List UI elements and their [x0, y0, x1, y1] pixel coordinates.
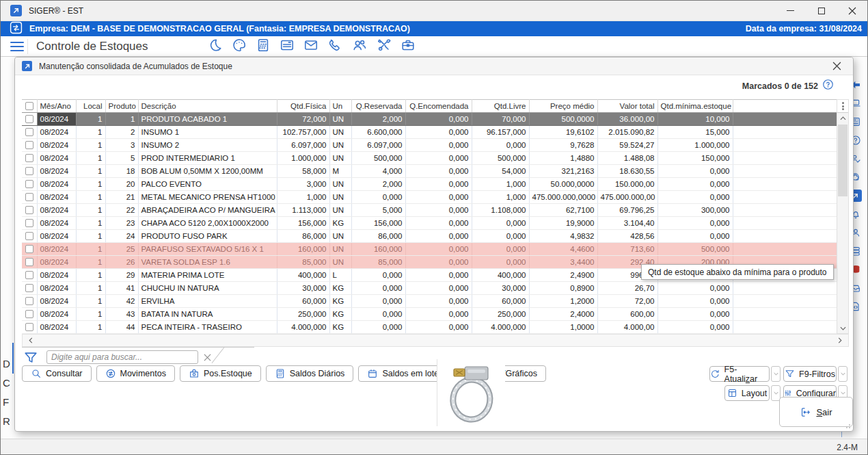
- cell: MATERIA PRIMA LOTE: [138, 269, 277, 282]
- row-checkbox[interactable]: [25, 167, 33, 175]
- horizontal-scrollbar[interactable]: [22, 334, 849, 347]
- movimentos-button[interactable]: Movimentos: [96, 365, 175, 382]
- row-checkbox[interactable]: [25, 206, 33, 214]
- row-checkbox[interactable]: [25, 245, 33, 253]
- table-row[interactable]: 08/202412INSUMO 1102.757,000UN6.600,0000…: [22, 126, 837, 139]
- cell: 41: [105, 282, 138, 295]
- row-checkbox[interactable]: [25, 284, 33, 292]
- column-header[interactable]: Produto: [105, 100, 138, 113]
- tools-icon[interactable]: [377, 38, 392, 55]
- column-options-kebab-icon[interactable]: [837, 100, 848, 113]
- cell: 2.015.090,82: [597, 126, 657, 139]
- row-checkbox[interactable]: [25, 297, 33, 305]
- cell: 0,000: [657, 230, 733, 243]
- cell: 428,56: [597, 230, 657, 243]
- dark-mode-icon[interactable]: [208, 38, 223, 55]
- dialog-header: Manutenção consolidada de Acumulados de …: [15, 57, 853, 75]
- resize-grip[interactable]: [843, 421, 850, 428]
- scroll-up-arrow[interactable]: [837, 113, 848, 123]
- table-row[interactable]: 08/2024121METAL MECANICO PRENSA HT10001,…: [22, 191, 837, 204]
- row-checkbox[interactable]: [25, 141, 33, 149]
- table-row[interactable]: 08/2024118BOB ALUM 0,50MM X 1200,00MM58,…: [22, 165, 837, 178]
- scroll-right-arrow[interactable]: [835, 335, 845, 346]
- cell: 0,000: [405, 269, 472, 282]
- maximize-button[interactable]: [806, 1, 837, 21]
- table-row[interactable]: 08/2024141CHUCHU IN NATURA30,000KG0,0000…: [22, 282, 837, 295]
- clear-search-icon[interactable]: [204, 352, 211, 364]
- news-icon[interactable]: [280, 38, 295, 55]
- phone-icon[interactable]: [327, 38, 342, 55]
- table-row[interactable]: 08/2024124PRODUTO FUSO PARK86,000UN86,00…: [22, 230, 837, 243]
- cell: 1: [76, 152, 105, 165]
- table-row[interactable]: 08/202415PROD INTERMEDIARIO 11.000,000UN…: [22, 152, 837, 165]
- column-header[interactable]: Preço médio: [529, 100, 597, 113]
- sair-button[interactable]: Sair: [779, 397, 853, 427]
- table-row[interactable]: 08/202413INSUMO 26.097,000UN6.097,0000,0…: [22, 139, 837, 152]
- table-row[interactable]: 08/2024123CHAPA ACO 5120 2,00X1000X20001…: [22, 217, 837, 230]
- cell: UN: [329, 256, 351, 269]
- menu-icon[interactable]: [10, 39, 28, 54]
- cell: 0,000: [405, 217, 472, 230]
- column-header[interactable]: Qtd.mínima.estoque: [657, 100, 733, 113]
- row-checkbox[interactable]: [25, 258, 33, 266]
- consultar-button[interactable]: Consultar: [22, 365, 92, 382]
- table-row[interactable]: 08/2024142ERVILHA60,000KG0,0000,00060,00…: [22, 295, 837, 308]
- company-label: Empresa: DEM - BASE DE DEMONSTRACAO GERA…: [29, 24, 410, 34]
- column-header[interactable]: Qtd.Física: [277, 100, 329, 113]
- table-row[interactable]: 08/2024125PARAFUSO SEXTAVADO 5/16 X 1160…: [22, 243, 837, 256]
- layout-button[interactable]: Layout: [724, 385, 770, 401]
- table-row[interactable]: 08/2024144PECA INTEIRA - TRASEIRO4.000,0…: [22, 321, 837, 334]
- toolbox-icon[interactable]: [401, 38, 416, 55]
- column-header[interactable]: Q.Encomendada: [405, 100, 472, 113]
- row-checkbox[interactable]: [25, 128, 33, 136]
- cell: 0,000: [657, 282, 733, 295]
- help-circle-icon[interactable]: [822, 79, 834, 93]
- row-checkbox[interactable]: [25, 154, 33, 162]
- cell: 475.000.000,0000: [529, 191, 597, 204]
- scroll-left-arrow[interactable]: [25, 335, 36, 346]
- cell: 4.000,000: [472, 321, 529, 334]
- row-checkbox[interactable]: [25, 232, 33, 240]
- row-checkbox[interactable]: [25, 219, 33, 227]
- search-input[interactable]: [46, 350, 198, 364]
- column-header[interactable]: Un: [329, 100, 351, 113]
- vertical-scroll-thumb[interactable]: [838, 125, 847, 196]
- select-all-checkbox[interactable]: [25, 102, 33, 110]
- f9-filtros-button[interactable]: F9-Filtros: [783, 366, 837, 382]
- scroll-down-arrow[interactable]: [837, 323, 848, 333]
- row-checkbox[interactable]: [25, 115, 33, 123]
- cell: 0,000: [657, 191, 733, 204]
- f9-filtros-dropdown[interactable]: [838, 366, 847, 382]
- f5-atualizar-dropdown[interactable]: [771, 366, 781, 382]
- pos-estoque-button[interactable]: Pos.Estoque: [180, 365, 261, 382]
- theme-palette-icon[interactable]: [232, 38, 247, 55]
- row-checkbox[interactable]: [25, 271, 33, 279]
- f5-atualizar-button[interactable]: F5-Atualizar: [709, 366, 770, 382]
- table-row[interactable]: 08/202411PRODUTO ACABADO 172,000UN2,0000…: [22, 113, 837, 126]
- row-checkbox[interactable]: [25, 180, 33, 188]
- dialog-close-icon[interactable]: [830, 60, 843, 73]
- change-company-icon[interactable]: [10, 21, 23, 36]
- column-header[interactable]: Local: [76, 100, 105, 113]
- column-header[interactable]: Q.Reservada: [351, 100, 405, 113]
- column-header[interactable]: Mês/Ano: [37, 100, 76, 113]
- column-header[interactable]: Qtd.Livre: [472, 100, 529, 113]
- column-header[interactable]: Valor total: [597, 100, 657, 113]
- close-window-button[interactable]: [837, 1, 867, 21]
- vertical-scrollbar[interactable]: [837, 99, 849, 334]
- column-header[interactable]: Descrição: [138, 100, 277, 113]
- row-checkbox[interactable]: [25, 193, 33, 201]
- saldos-diarios-button[interactable]: Saldos Diários: [266, 365, 354, 382]
- row-checkbox[interactable]: [25, 310, 33, 318]
- calculator-icon[interactable]: [256, 38, 271, 55]
- users-icon[interactable]: [351, 38, 368, 55]
- row-checkbox[interactable]: [25, 323, 33, 331]
- table-row[interactable]: 08/2024122ABRAÇADEIRA ACO P/ MANGUEIRA1.…: [22, 204, 837, 217]
- table-row[interactable]: 08/2024143BATATA IN NATURA250,000KG0,000…: [22, 308, 837, 321]
- mail-icon[interactable]: [303, 38, 318, 55]
- table-row[interactable]: 08/2024120PALCO EVENTO3,000UN2,0000,0001…: [22, 178, 837, 191]
- cell: INSUMO 2: [138, 139, 277, 152]
- minimize-button[interactable]: [775, 1, 806, 21]
- cell: KG: [329, 282, 351, 295]
- cell: 1: [76, 269, 105, 282]
